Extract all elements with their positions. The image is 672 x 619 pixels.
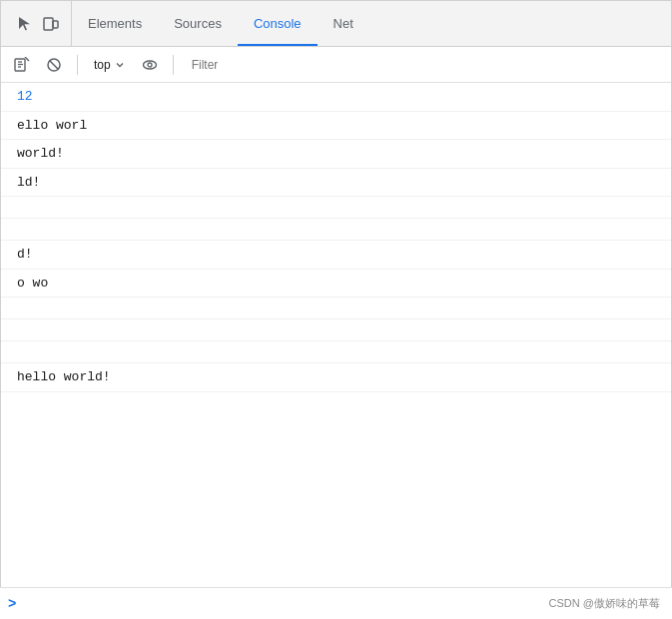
clear-icon (14, 57, 30, 73)
console-line: ld! (1, 169, 671, 198)
console-toolbar: top (1, 47, 671, 83)
eye-button[interactable] (137, 52, 163, 78)
console-line: ello worl (1, 112, 671, 141)
svg-rect-1 (53, 21, 58, 28)
device-icon[interactable] (41, 14, 61, 34)
tab-bar: Elements Sources Console Net (1, 1, 671, 47)
block-button[interactable] (41, 52, 67, 78)
tab-elements[interactable]: Elements (72, 1, 158, 46)
console-line-empty (1, 197, 671, 219)
prompt-symbol: > (8, 596, 16, 612)
console-line-empty (1, 319, 671, 341)
console-line: 12 (1, 83, 671, 112)
tab-network[interactable]: Net (318, 1, 369, 46)
console-line-empty (1, 219, 671, 241)
console-line-empty (1, 298, 671, 319)
cursor-icon[interactable] (15, 14, 35, 34)
svg-rect-0 (44, 18, 53, 30)
watermark: CSDN @傲娇味的草莓 (549, 596, 660, 611)
devtools-icons (5, 1, 72, 46)
svg-point-9 (143, 61, 156, 69)
svg-point-10 (148, 63, 152, 67)
eye-icon (142, 57, 158, 73)
console-line-empty (1, 341, 671, 363)
console-input-bar: > CSDN @傲娇味的草莓 (0, 587, 672, 619)
console-output: 12 ello worl world! ld! d! o wo hello wo… (1, 83, 671, 588)
divider-2 (173, 55, 174, 75)
clear-console-button[interactable] (9, 52, 35, 78)
context-selector[interactable]: top (88, 56, 131, 74)
divider-1 (77, 55, 78, 75)
svg-line-8 (50, 60, 59, 69)
console-line: d! (1, 241, 671, 270)
console-line: world! (1, 140, 671, 169)
tab-sources[interactable]: Sources (158, 1, 238, 46)
console-line: o wo (1, 270, 671, 299)
filter-input[interactable] (184, 53, 663, 77)
console-line: hello world! (1, 363, 671, 392)
chevron-down-icon (115, 60, 125, 70)
block-icon (46, 57, 62, 73)
tab-console[interactable]: Console (238, 1, 318, 46)
